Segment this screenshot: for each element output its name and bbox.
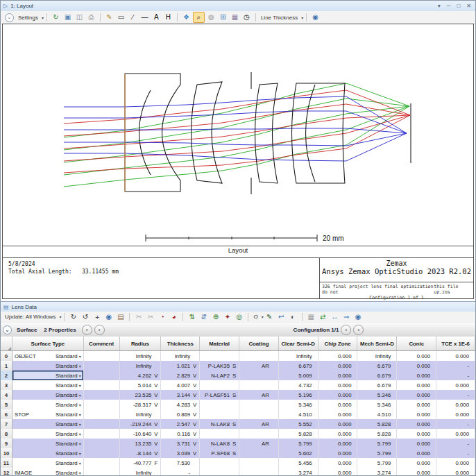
solve-indicator[interactable]: V xyxy=(151,373,160,379)
material-cell[interactable]: P-LAK35S xyxy=(200,361,239,371)
conic-cell[interactable]: 0.000 xyxy=(397,361,436,371)
thickness-cell[interactable]: 3.731V xyxy=(161,439,200,448)
radius-cell[interactable]: Infinity xyxy=(120,361,162,371)
material-cell[interactable] xyxy=(200,400,239,409)
header-surface-type[interactable]: Surface Type xyxy=(12,337,84,350)
clear-semi-diameter-cell[interactable]: 5.009 xyxy=(279,371,318,380)
tce-cell[interactable]: - xyxy=(436,371,475,380)
thickness-cell[interactable]: - xyxy=(161,468,200,476)
tce-cell[interactable]: 0.000 xyxy=(436,468,475,476)
surface-type-cell[interactable]: Standard▾ xyxy=(12,361,84,371)
header-thickness[interactable]: Thickness xyxy=(161,337,200,350)
radius-cell[interactable]: -219.244V xyxy=(120,419,162,429)
sync-icon[interactable]: ⇄ xyxy=(318,312,328,322)
coating-cell[interactable] xyxy=(239,468,279,476)
crosshair-icon[interactable]: ＋ xyxy=(92,312,102,322)
zoom-icon[interactable]: ⌕ xyxy=(193,12,205,23)
surface-type-dropdown[interactable]: Standard▾ xyxy=(56,460,83,466)
chip-zone-cell[interactable]: 0.000 xyxy=(318,361,358,371)
go-next-icon[interactable]: ⇒ xyxy=(341,312,352,322)
comment-cell[interactable] xyxy=(84,429,120,439)
clear-semi-diameter-cell[interactable]: 5.602 xyxy=(279,448,318,458)
tce-cell[interactable]: - xyxy=(436,361,475,371)
material-cell[interactable] xyxy=(200,468,239,476)
surface-type-dropdown[interactable]: Standard▾ xyxy=(56,363,83,369)
header-radius[interactable]: Radius xyxy=(120,337,162,350)
radius-cell[interactable]: Infinity xyxy=(120,351,162,361)
clear-semi-diameter-cell[interactable]: 5.552 xyxy=(279,419,318,429)
chip-zone-cell[interactable]: 0.000 xyxy=(318,439,358,448)
thickness-cell[interactable]: 0.116V xyxy=(161,429,200,439)
conic-cell[interactable]: 0.000 xyxy=(397,448,436,458)
surface-type-dropdown[interactable]: Standard▾ xyxy=(56,470,83,476)
mech-semi-diameter-cell[interactable]: 5.799 xyxy=(357,439,397,448)
chip-zone-cell[interactable]: 0.000 xyxy=(318,468,358,476)
help-icon[interactable]: ◉ xyxy=(310,12,321,22)
solve-indicator[interactable]: V xyxy=(190,373,199,379)
mech-semi-diameter-cell[interactable]: 6.679 xyxy=(357,371,397,380)
snapshot-icon[interactable]: ▦ xyxy=(230,12,240,22)
surface-type-cell[interactable]: Standard▾ xyxy=(12,371,84,380)
mech-semi-diameter-cell[interactable]: 5.346 xyxy=(357,390,397,400)
chip-zone-cell[interactable]: 0.000 xyxy=(318,409,358,419)
maximize-button[interactable]: □ xyxy=(457,3,460,9)
clear-semi-diameter-cell[interactable]: 5.456 xyxy=(279,458,318,468)
header-conic[interactable]: Conic xyxy=(397,337,436,350)
solve-indicator[interactable]: S xyxy=(230,450,239,457)
mech-semi-diameter-cell[interactable]: 3.274 xyxy=(357,468,397,476)
solve-indicator[interactable]: V xyxy=(151,421,160,427)
surface-type-cell[interactable]: Standard▾ xyxy=(12,400,84,409)
surface-type-cell[interactable]: OBJECTStandard▾ xyxy=(12,351,84,361)
surface-type-cell[interactable]: Standard▾ xyxy=(12,439,84,448)
mech-semi-diameter-cell[interactable]: 5.799 xyxy=(357,448,397,458)
thickness-cell[interactable]: 7.530 xyxy=(161,458,200,468)
radius-cell[interactable]: Infinity xyxy=(120,409,162,419)
copy-window-icon[interactable]: ▣ xyxy=(62,12,73,22)
minimize-button[interactable]: ─ xyxy=(447,3,451,9)
coating-cell[interactable]: AR xyxy=(239,390,279,400)
row-number-cell[interactable]: 1 xyxy=(1,361,12,371)
material-cell[interactable] xyxy=(200,458,239,468)
chip-zone-cell[interactable]: 0.000 xyxy=(318,419,358,429)
globe-icon[interactable]: ◉ xyxy=(103,312,114,322)
swap-rows-icon[interactable]: ⇅ xyxy=(187,312,197,322)
tce-cell[interactable]: - xyxy=(436,439,475,448)
lock-icon[interactable]: ◍ xyxy=(206,12,216,22)
solve-indicator[interactable]: V xyxy=(190,450,199,457)
mech-semi-diameter-cell[interactable]: 4.510 xyxy=(357,409,397,419)
solve-indicator[interactable]: S xyxy=(230,421,239,427)
row-number-cell[interactable]: 6 xyxy=(1,409,12,419)
comment-cell[interactable] xyxy=(84,448,120,458)
config-prev-button[interactable]: ‹ xyxy=(341,325,351,335)
radius-cell[interactable]: 5.014V xyxy=(120,380,162,390)
mech-semi-diameter-cell[interactable]: Infinity xyxy=(357,351,397,361)
clear-semi-diameter-cell[interactable]: 6.679 xyxy=(279,361,318,371)
header-mech-semi-d[interactable]: Mech Semi-D xyxy=(357,337,397,350)
solve-indicator[interactable]: F xyxy=(151,460,160,466)
goggles-add-icon[interactable]: ◕ xyxy=(169,312,179,322)
thickness-cell[interactable]: 4.007V xyxy=(161,380,200,390)
conic-cell[interactable]: 0.000 xyxy=(397,400,436,409)
surface-next-button[interactable]: › xyxy=(94,325,105,335)
row-number-cell[interactable]: 5 xyxy=(1,400,12,409)
material-cell[interactable]: N-LAF2S xyxy=(200,371,239,380)
clear-semi-diameter-cell[interactable]: Infinity xyxy=(279,351,318,361)
coating-cell[interactable]: AR xyxy=(239,361,279,371)
row-number-cell[interactable]: 4 xyxy=(1,390,12,400)
surface-type-dropdown[interactable]: Standard▾ xyxy=(56,353,83,359)
stop-surface-icon[interactable]: ✦ xyxy=(222,312,232,322)
header-corner-cell[interactable]: ◢ xyxy=(1,337,12,350)
rotate-ccw-icon[interactable]: ↺ xyxy=(80,312,90,322)
header-clear-semi-d[interactable]: Clear Semi-D xyxy=(279,337,318,350)
surface-type-dropdown[interactable]: Standard▾ xyxy=(56,402,83,408)
fit-window-icon[interactable]: ⊞ xyxy=(218,12,228,22)
row-number-cell[interactable]: 8 xyxy=(1,429,12,439)
material-cell[interactable] xyxy=(200,351,239,361)
surface-type-cell[interactable]: Standard▾ xyxy=(12,380,84,390)
update-dropdown[interactable]: Update: All Windows▾ xyxy=(3,314,61,320)
solve-indicator[interactable]: V xyxy=(190,382,199,389)
surface-type-cell[interactable]: Standard▾ xyxy=(12,429,84,439)
chip-zone-cell[interactable]: 0.000 xyxy=(318,448,358,458)
solve-indicator[interactable]: V xyxy=(151,450,160,457)
cut-icon[interactable]: ✂ xyxy=(133,312,144,322)
